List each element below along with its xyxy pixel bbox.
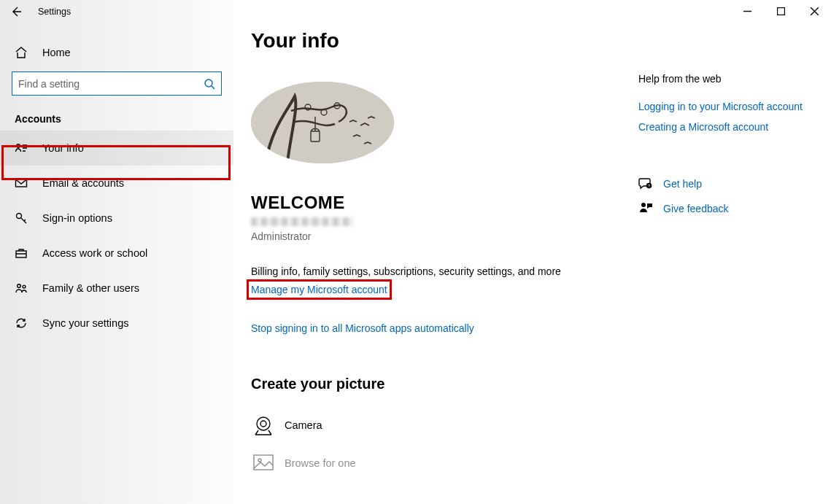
help-panel: Help from the web Logging in to your Mic… [638, 0, 831, 504]
svg-point-5 [18, 284, 21, 288]
picture-icon [251, 451, 276, 476]
sync-icon [15, 317, 28, 330]
category-label: Accounts [0, 96, 233, 131]
nav-signin-label: Sign-in options [42, 212, 112, 224]
svg-text:?: ? [648, 184, 650, 188]
close-icon [811, 7, 819, 15]
nav-family-label: Family & other users [42, 282, 139, 294]
minimize-icon [743, 7, 751, 15]
nav-access-work[interactable]: Access work or school [0, 236, 233, 271]
svg-point-1 [17, 144, 20, 148]
help-link-create[interactable]: Creating a Microsoft account [638, 121, 818, 133]
nav-signin-options[interactable]: Sign-in options [0, 201, 233, 236]
settings-window: Settings Home Accounts Your info [0, 0, 831, 504]
home-icon [15, 46, 28, 59]
profile-picture [251, 82, 394, 163]
nav-email-label: Email & accounts [42, 177, 124, 189]
browse-label: Browse for one [285, 457, 356, 469]
stop-signin-link[interactable]: Stop signing in to all Microsoft apps au… [251, 322, 474, 334]
maximize-icon [777, 7, 785, 15]
sidebar: Settings Home Accounts Your info [0, 0, 233, 504]
window-controls [730, 0, 831, 22]
nav-work-label: Access work or school [42, 247, 147, 259]
key-icon [15, 212, 28, 225]
svg-rect-8 [251, 82, 394, 163]
content-column: Your info WELCOME Administ [251, 0, 638, 504]
titlebar-left: Settings [0, 0, 233, 23]
svg-point-0 [205, 80, 212, 87]
nav-your-info[interactable]: Your info [0, 131, 233, 166]
nav-email-accounts[interactable]: Email & accounts [0, 166, 233, 201]
chat-help-icon: ? [638, 177, 653, 191]
svg-point-3 [17, 214, 22, 219]
svg-point-6 [23, 285, 26, 288]
user-name: WELCOME [251, 193, 638, 213]
main-area: Your info WELCOME Administ [233, 0, 831, 504]
help-title: Help from the web [638, 73, 818, 85]
camera-icon [251, 413, 276, 438]
minimize-button[interactable] [730, 0, 764, 22]
arrow-left-icon [10, 6, 22, 18]
camera-label: Camera [285, 419, 322, 431]
briefcase-icon [15, 247, 28, 260]
close-button[interactable] [797, 0, 831, 22]
user-email-redacted [251, 217, 353, 226]
maximize-button[interactable] [764, 0, 797, 22]
search-icon [204, 78, 215, 90]
app-title: Settings [38, 7, 71, 17]
svg-point-16 [258, 459, 261, 462]
browse-option[interactable]: Browse for one [251, 451, 638, 476]
nav-sync-label: Sync your settings [42, 317, 128, 329]
user-role: Administrator [251, 230, 638, 242]
nav-family[interactable]: Family & other users [0, 271, 233, 306]
billing-description: Billing info, family settings, subscript… [251, 265, 638, 277]
page-title: Your info [251, 29, 638, 53]
manage-account-link[interactable]: Manage my Microsoft account [251, 284, 387, 295]
person-card-icon [15, 141, 28, 155]
back-button[interactable] [6, 1, 26, 22]
svg-point-14 [260, 421, 266, 427]
camera-option[interactable]: Camera [251, 413, 638, 438]
feedback-icon [638, 201, 653, 216]
give-feedback-action[interactable]: Give feedback [638, 201, 818, 216]
nav-home[interactable]: Home [0, 38, 233, 67]
manage-link-wrap: Manage my Microsoft account [251, 283, 387, 296]
nav-sync[interactable]: Sync your settings [0, 306, 233, 341]
search-input[interactable] [18, 78, 204, 90]
get-help-label: Get help [663, 178, 702, 190]
svg-point-19 [641, 203, 646, 207]
mail-icon [15, 177, 28, 190]
get-help-action[interactable]: ? Get help [638, 177, 818, 191]
nav-home-label: Home [42, 47, 71, 58]
help-link-login[interactable]: Logging in to your Microsoft account [638, 101, 818, 112]
create-picture-title: Create your picture [251, 376, 638, 392]
search-box[interactable] [12, 71, 222, 96]
svg-rect-7 [777, 7, 784, 15]
avatar-art-icon [251, 82, 394, 163]
nav-your-info-label: Your info [42, 142, 84, 154]
feedback-label: Give feedback [663, 203, 729, 214]
svg-point-13 [257, 417, 270, 430]
search-container [12, 71, 222, 96]
people-icon [15, 282, 28, 295]
